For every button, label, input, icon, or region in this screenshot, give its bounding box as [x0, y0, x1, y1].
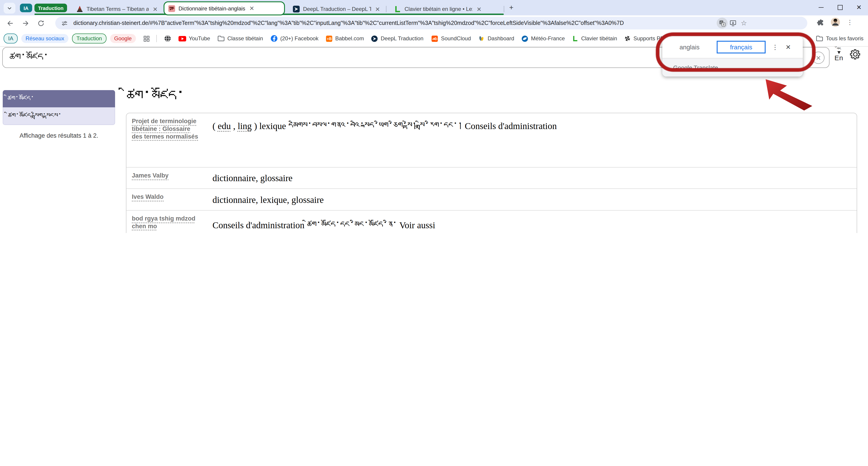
source-link[interactable]: bod rgya tshig mdzod chen mo: [132, 215, 195, 229]
tibetan-label: བོད: [837, 47, 841, 51]
google-translate-icon: G: [719, 20, 725, 27]
profile-avatar[interactable]: [830, 17, 840, 27]
install-icon: [730, 20, 737, 27]
bookmark-label: DeepL Traduction -...: [381, 35, 424, 42]
bookmark-babbel[interactable]: +B Babbel.com: [326, 35, 364, 42]
tab-title: DeepL Traduction – DeepL Tran: [303, 6, 371, 12]
tab-close-icon[interactable]: ✕: [249, 5, 254, 12]
bookmark-youtube[interactable]: YouTube: [178, 35, 210, 42]
tab-group-ia[interactable]: IA: [20, 4, 32, 12]
deepl-favicon: [293, 5, 300, 13]
page-title: ཚིག་མཛོད་: [126, 87, 857, 106]
tab-group-label: Traduction: [38, 5, 63, 11]
tune-icon: [61, 20, 68, 27]
entry-text: ) lexique: [252, 121, 288, 131]
bookmark-facebook[interactable]: (20+) Facebook: [270, 35, 318, 42]
dictionary-favicon: [168, 5, 175, 12]
close-window-button[interactable]: ✕: [850, 0, 868, 14]
bookmark-chip-traduction[interactable]: Traduction: [72, 33, 106, 43]
bookmark-dashboard[interactable]: Dashboard: [478, 35, 514, 42]
tab-dictionnaire-active[interactable]: Dictionnaire tibétain-anglais ✕: [163, 1, 285, 15]
tibetan-to-english-button[interactable]: བོད En: [835, 47, 843, 61]
facebook-icon: [270, 35, 277, 42]
star-icon: ☆: [741, 19, 747, 27]
folder-icon: [217, 35, 225, 42]
entry-text: Conseils d'administration: [463, 121, 557, 131]
bookmark-chip-ia[interactable]: IA: [4, 33, 18, 43]
tab-deepl[interactable]: DeepL Traduction – DeepL Tran ✕: [289, 3, 387, 15]
dashboard-icon: [478, 35, 485, 42]
folder-icon: [816, 35, 824, 42]
tab-title: Clavier tibétain en ligne • Lexilo: [405, 6, 472, 12]
bookmark-label: YouTube: [189, 35, 210, 42]
maximize-button[interactable]: [831, 0, 849, 14]
bookmark-clavier-tibetain[interactable]: Clavier tibétain: [572, 35, 617, 42]
table-row: Projet de terminologie tibétaine : Gloss…: [126, 113, 857, 167]
result-item[interactable]: ཚིག་མཛོད་སྒྲིག་སྟངས་: [3, 107, 115, 125]
source-cell: Ives Waldo: [126, 189, 205, 210]
source-cell: James Valby: [126, 167, 205, 188]
chip-label: Réseau sociaux: [26, 35, 64, 42]
entry-text: (: [213, 121, 218, 131]
tab-group-traduction[interactable]: Traduction: [34, 4, 67, 12]
svg-text:+B: +B: [327, 36, 332, 40]
tab-search-button[interactable]: [4, 3, 16, 13]
bookmark-meteo-france[interactable]: Météo-France: [521, 35, 565, 42]
bookmark-classe-tibetain[interactable]: Classe tibétain: [217, 35, 263, 42]
youtube-icon: [178, 36, 186, 41]
source-link[interactable]: Projet de terminologie tibétaine : Gloss…: [132, 118, 198, 140]
new-tab-button[interactable]: +: [509, 4, 514, 12]
tab-tibetan-terms[interactable]: Tibetan Terms – Tibetan and Hi ✕: [72, 3, 161, 15]
bookmark-chip-reseau-sociaux[interactable]: Réseau sociaux: [22, 34, 68, 43]
source-link[interactable]: Ives Waldo: [132, 193, 163, 200]
install-app-button[interactable]: [727, 18, 738, 29]
source-link[interactable]: James Valby: [132, 172, 168, 179]
url-text[interactable]: dictionary.christian-steinert.de/#%7B"ac…: [73, 20, 717, 26]
bookmark-soundcloud[interactable]: SoundCloud: [432, 35, 471, 42]
bookmark-globe[interactable]: [164, 35, 171, 42]
browser-toolbar: dictionary.christian-steinert.de/#%7B"ac…: [0, 15, 868, 31]
translate-page-button[interactable]: G: [717, 18, 727, 29]
tab-close-icon[interactable]: ✕: [153, 6, 158, 12]
apps-grid-button[interactable]: [143, 35, 150, 42]
tab-close-icon[interactable]: ✕: [476, 6, 482, 12]
forward-button[interactable]: [20, 18, 31, 29]
back-button[interactable]: [4, 18, 16, 29]
meteo-france-icon: [521, 35, 528, 42]
bookmark-chip-google[interactable]: Google: [110, 34, 136, 43]
all-favorites-button[interactable]: Tous les favoris: [816, 35, 864, 42]
entry-text: ,: [231, 121, 238, 131]
tab-title: Tibetan Terms – Tibetan and Hi: [87, 6, 149, 12]
tab-strip: IA Traduction Tibetan Terms – Tibetan an…: [0, 0, 868, 15]
entry-link[interactable]: edu: [218, 121, 231, 131]
extensions-icon[interactable]: [816, 18, 824, 26]
definition-cell: dictionnaire, lexique, glossaire: [205, 189, 857, 210]
minimize-button[interactable]: [812, 0, 830, 14]
entry-text: Voir aussi: [397, 220, 435, 230]
url-bar[interactable]: dictionary.christian-steinert.de/#%7B"ac…: [55, 17, 807, 29]
bookmark-label: Classe tibétain: [227, 35, 263, 42]
bookmark-label: (20+) Facebook: [280, 35, 318, 42]
reload-button[interactable]: [35, 18, 46, 29]
lexilogos-icon: [572, 35, 579, 42]
tibetan-terms-favicon: [76, 5, 83, 13]
result-item-selected[interactable]: ཚིག་མཛོད་: [3, 90, 115, 107]
close-icon: ✕: [856, 4, 862, 11]
entry-link[interactable]: ling: [238, 121, 252, 131]
bookmark-label: SoundCloud: [441, 35, 471, 42]
tab-close-icon[interactable]: ✕: [375, 6, 380, 12]
table-row: Ives Waldo dictionnaire, lexique, glossa…: [126, 188, 857, 210]
reload-icon: [37, 19, 44, 27]
results-count-text: Affichage des résultats 1 à 2.: [3, 132, 115, 139]
browser-menu-button[interactable]: ⋮: [847, 19, 853, 26]
bookmark-deepl[interactable]: DeepL Traduction -...: [371, 35, 424, 42]
chevron-down-icon: [7, 5, 12, 11]
bookmark-page-button[interactable]: ☆: [738, 18, 749, 29]
site-settings-button[interactable]: [59, 18, 70, 29]
maximize-icon: [837, 5, 842, 10]
chip-label: IA: [8, 35, 13, 42]
definitions-table: Projet de terminologie tibétaine : Gloss…: [126, 113, 857, 233]
entry-text: dictionnaire, glossaire: [213, 173, 292, 183]
settings-gear-icon[interactable]: [850, 48, 862, 60]
tab-clavier-tibetain[interactable]: Clavier tibétain en ligne • Lexilo ✕: [391, 3, 504, 15]
